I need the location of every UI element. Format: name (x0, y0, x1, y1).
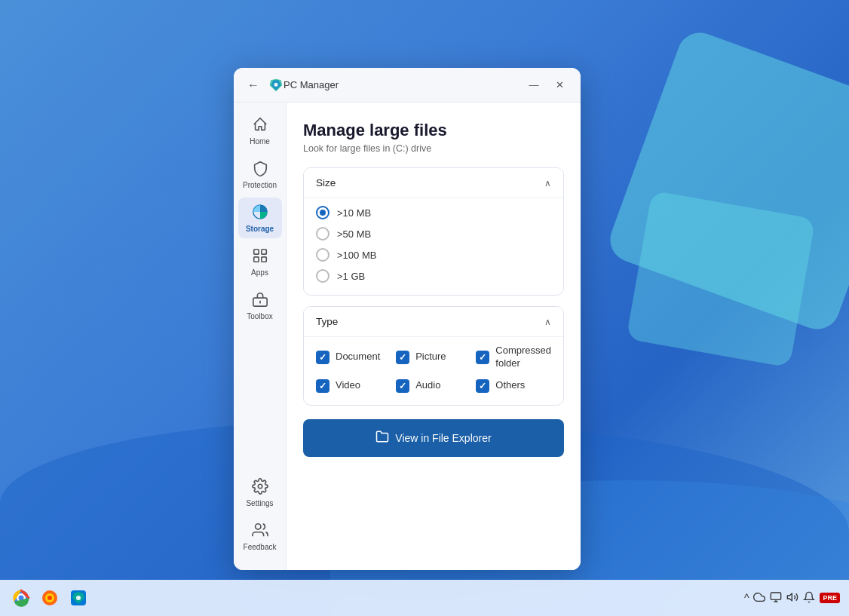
checkbox-video[interactable]: Video (316, 379, 390, 393)
sidebar-protection-label: Protection (243, 181, 277, 190)
checkbox-audio-box[interactable] (396, 379, 409, 393)
radio-50mb[interactable] (316, 227, 329, 241)
radio-10mb[interactable] (316, 206, 329, 219)
svg-rect-4 (253, 257, 258, 262)
app-title: PC Manager (284, 79, 522, 90)
checkbox-video-label: Video (336, 379, 360, 392)
checkbox-others[interactable]: Others (476, 379, 551, 393)
storage-icon (252, 204, 268, 222)
view-in-file-explorer-label: View in File Explorer (395, 432, 491, 444)
app-logo (268, 78, 284, 93)
taskbar-tray: ^ (744, 591, 840, 605)
titlebar-controls: — ✕ (522, 75, 572, 96)
sidebar-bottom: Settings Feedback (238, 472, 282, 562)
sidebar-storage-label: Storage (246, 225, 274, 234)
radio-1gb-label: >1 GB (337, 271, 365, 282)
tray-pre-badge[interactable]: PRE (820, 593, 840, 603)
page-title: Manage large files (303, 121, 564, 140)
svg-point-9 (255, 524, 260, 529)
tray-chevron-icon[interactable]: ^ (744, 592, 749, 604)
checkbox-audio[interactable]: Audio (396, 379, 470, 393)
radio-option-1gb[interactable]: >1 GB (316, 269, 551, 283)
sidebar-item-settings[interactable]: Settings (238, 472, 282, 513)
sidebar-settings-label: Settings (246, 499, 273, 508)
page-subtitle: Look for large files in (C:) drive (303, 143, 564, 154)
bg-shape-2 (626, 190, 815, 367)
type-checkbox-grid: Document Picture Compressed folder (316, 345, 551, 393)
folder-icon (375, 430, 389, 446)
sidebar-item-protection[interactable]: Protection (238, 154, 282, 195)
home-icon (252, 116, 268, 135)
radio-50mb-label: >50 MB (337, 228, 371, 240)
checkbox-document-box[interactable] (316, 351, 329, 364)
checkbox-picture-label: Picture (415, 351, 446, 363)
minimize-button[interactable]: — (522, 75, 546, 96)
svg-rect-3 (261, 250, 265, 254)
size-filter-body: >10 MB >50 MB >100 MB >1 GB (304, 198, 563, 295)
titlebar: ← PC Manager — ✕ (234, 68, 581, 103)
checkbox-picture[interactable]: Picture (396, 345, 470, 370)
radio-10mb-label: >10 MB (337, 207, 371, 219)
radio-100mb[interactable] (316, 248, 329, 262)
svg-point-8 (258, 484, 262, 489)
sidebar-feedback-label: Feedback (244, 543, 277, 552)
size-chevron-icon: ∧ (544, 178, 551, 188)
radio-option-50mb[interactable]: >50 MB (316, 227, 551, 241)
checkbox-compressed-label: Compressed folder (495, 345, 551, 370)
checkbox-others-label: Others (495, 379, 525, 392)
type-chevron-icon: ∧ (544, 317, 551, 327)
close-button[interactable]: ✕ (547, 75, 572, 96)
taskbar-pcmanager-icon[interactable] (66, 586, 90, 610)
checkbox-picture-box[interactable] (396, 351, 409, 364)
taskbar-firefox-icon[interactable] (38, 586, 62, 610)
checkbox-document-label: Document (336, 351, 380, 363)
svg-point-0 (274, 82, 278, 86)
taskbar: ^ (0, 580, 849, 616)
svg-rect-5 (261, 257, 265, 262)
size-filter-header[interactable]: Size ∧ (304, 168, 563, 198)
radio-option-10mb[interactable]: >10 MB (316, 206, 551, 219)
svg-point-17 (76, 596, 81, 600)
checkbox-compressed[interactable]: Compressed folder (476, 345, 551, 370)
radio-option-100mb[interactable]: >100 MB (316, 248, 551, 262)
sidebar-item-toolbox[interactable]: Toolbox (238, 285, 282, 326)
tray-cloud-icon[interactable] (753, 591, 765, 605)
sidebar-item-apps[interactable]: Apps (238, 241, 282, 282)
radio-100mb-label: >100 MB (337, 250, 376, 261)
apps-icon (252, 247, 268, 266)
back-button[interactable]: ← (243, 75, 264, 96)
tray-display-icon[interactable] (770, 591, 782, 605)
view-in-file-explorer-button[interactable]: View in File Explorer (303, 419, 564, 457)
app-window: ← PC Manager — ✕ Home (234, 68, 581, 570)
checkbox-audio-label: Audio (415, 379, 440, 392)
checkbox-others-box[interactable] (476, 379, 489, 393)
type-filter-section: Type ∧ Document Picture (303, 306, 564, 406)
toolbox-icon (252, 291, 268, 310)
sidebar-home-label: Home (250, 137, 270, 146)
feedback-icon (252, 522, 268, 541)
sidebar-item-home[interactable]: Home (238, 110, 282, 151)
checkbox-document[interactable]: Document (316, 345, 390, 370)
taskbar-right: ^ (744, 591, 840, 605)
tray-volume-icon[interactable] (786, 591, 798, 605)
radio-1gb[interactable] (316, 269, 329, 283)
sidebar-item-storage[interactable]: Storage (238, 198, 282, 238)
size-filter-label: Size (316, 177, 336, 188)
size-filter-section: Size ∧ >10 MB >50 MB >100 MB (303, 167, 564, 296)
checkbox-compressed-box[interactable] (476, 351, 489, 364)
sidebar-item-feedback[interactable]: Feedback (238, 516, 282, 556)
svg-rect-18 (771, 593, 781, 599)
type-filter-label: Type (316, 316, 338, 327)
sidebar-apps-label: Apps (251, 268, 268, 277)
app-body: Home Protection (234, 103, 581, 570)
taskbar-left (9, 586, 90, 610)
main-content: Manage large files Look for large files … (287, 103, 581, 570)
taskbar-chrome-icon[interactable] (9, 586, 33, 610)
shield-icon (252, 160, 268, 179)
tray-bell-icon[interactable] (803, 591, 815, 605)
checkbox-video-box[interactable] (316, 379, 329, 393)
svg-point-15 (48, 596, 52, 600)
type-filter-header[interactable]: Type ∧ (304, 307, 563, 336)
svg-rect-2 (253, 250, 258, 254)
settings-icon (252, 478, 268, 497)
